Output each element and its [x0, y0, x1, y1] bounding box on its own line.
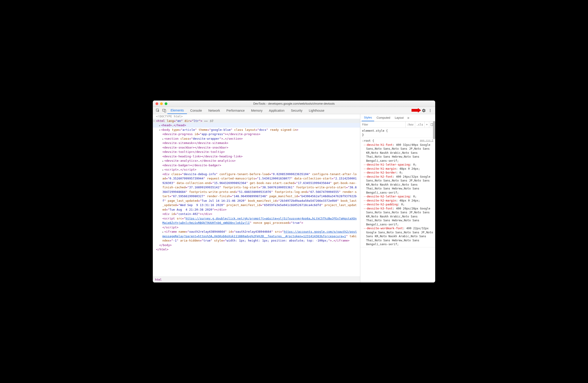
dom-survey-script[interactable]: <script src="https://survey.g.doubleclic…: [153, 216, 360, 230]
svg-point-6: [430, 111, 431, 112]
close-window-button[interactable]: [156, 102, 158, 105]
rule-source-link[interactable]: app.css:1: [420, 139, 433, 142]
styles-tabbar: Styles Computed Layout »: [360, 114, 435, 121]
css-prop-9[interactable]: --devsite-wordmark-font: 400 22px/32px G…: [362, 226, 433, 246]
svg-rect-3: [165, 110, 166, 112]
tab-performance[interactable]: Performance: [223, 107, 248, 114]
styles-body[interactable]: element.style {}app.css:1:root {--devsit…: [360, 128, 435, 283]
dom-devsite-heading-link[interactable]: <devsite-heading-link></devsite-heading-…: [153, 154, 360, 159]
dom-badger[interactable]: <devsite-badger></devsite-badger>: [153, 163, 360, 168]
dom-head[interactable]: <head>…</head>: [153, 123, 360, 128]
svg-point-5: [430, 110, 431, 111]
tab-application[interactable]: Application: [266, 107, 288, 114]
css-prop-4[interactable]: --devsite-h2-font: 400 24px/32px Google …: [362, 175, 433, 195]
styles-more-icon[interactable]: »: [406, 114, 411, 121]
dom-html[interactable]: ⋯<html lang="en" dir="ltr"> == $0: [153, 119, 360, 123]
breadcrumb-bar[interactable]: html: [153, 277, 360, 283]
titlebar: DevTools - developers.google.com/web/too…: [153, 100, 435, 107]
new-rule-icon[interactable]: +: [424, 121, 429, 128]
styles-panel: Styles Computed Layout » :hov .cls + ele…: [360, 114, 435, 283]
device-toolbar-icon[interactable]: [161, 107, 167, 114]
css-prop-5[interactable]: --devsite-h2-letter-spacing: 0;: [362, 194, 433, 199]
maximize-window-button[interactable]: [165, 102, 167, 105]
styles-filter-input[interactable]: [360, 123, 405, 126]
css-prop-7[interactable]: --devsite-h2-padding: 0;: [362, 202, 433, 207]
dom-script1[interactable]: <script>…</script>: [153, 167, 360, 172]
svg-rect-0: [412, 109, 418, 112]
dom-iframe[interactable]: <iframe name="oauth2relay438944664" id="…: [153, 230, 360, 243]
styles-tab-styles[interactable]: Styles: [362, 114, 374, 121]
tab-elements[interactable]: Elements: [167, 107, 187, 114]
traffic-lights: [153, 102, 167, 105]
dom-progress[interactable]: <devsite-progress id="app-progress"></de…: [153, 132, 360, 136]
annotation-arrow: [411, 106, 421, 114]
dom-devsite-snackbar[interactable]: <devsite-snackbar></devsite-snackbar>: [153, 145, 360, 150]
window-title: DevTools - developers.google.com/web/too…: [153, 102, 435, 105]
minimize-window-button[interactable]: [160, 102, 163, 105]
css-prop-2[interactable]: --devsite-h1-margin: 48px 0 24px;: [362, 167, 433, 171]
tab-lighthouse[interactable]: Lighthouse: [306, 107, 328, 114]
dom-devsite-sitemask[interactable]: <devsite-sitemask></devsite-sitemask>: [153, 141, 360, 145]
css-prop-1[interactable]: --devsite-h1-letter-spacing: 0;: [362, 163, 433, 167]
dom-body[interactable]: <body type="article" theme="google-blue"…: [153, 128, 360, 132]
scrollbar-thumb[interactable]: [433, 121, 435, 139]
dom-devsite-tooltip[interactable]: <devsite-tooltip></devsite-tooltip>: [153, 150, 360, 154]
dom-tree[interactable]: <!DOCTYPE html>⋯<html lang="en" dir="ltr…: [153, 114, 360, 277]
dom-doctype[interactable]: <!DOCTYPE html>: [153, 114, 360, 119]
dom-contain-div[interactable]: <div id="contain-402"></div>: [153, 212, 360, 216]
tab-network[interactable]: Network: [205, 107, 223, 114]
dom-body-close[interactable]: </body>: [153, 243, 360, 248]
styles-filter-row: :hov .cls +: [360, 121, 435, 128]
kebab-menu-icon[interactable]: [427, 107, 433, 114]
settings-icon[interactable]: [421, 107, 427, 114]
svg-point-4: [430, 109, 431, 110]
devtools-window: DevTools - developers.google.com/web/too…: [153, 100, 435, 283]
inspect-icon[interactable]: [155, 107, 161, 114]
elements-panel: <!DOCTYPE html>⋯<html lang="en" dir="ltr…: [153, 114, 360, 283]
styles-tab-computed[interactable]: Computed: [374, 114, 392, 121]
tab-memory[interactable]: Memory: [248, 107, 266, 114]
hov-toggle[interactable]: :hov: [405, 121, 415, 128]
css-prop-0[interactable]: --devsite-h1-font: 400 32px/40px Google …: [362, 143, 433, 163]
css-prop-8[interactable]: --devsite-h3-font: 400 20px/28px Google …: [362, 207, 433, 227]
dom-debug-div[interactable]: <div class="devsite-debug-info" configur…: [153, 172, 360, 212]
css-prop-6[interactable]: --devsite-h2-margin: 48px 0 24px;: [362, 199, 433, 203]
rule-element-style[interactable]: element.style {}: [360, 128, 435, 138]
styles-tab-layout[interactable]: Layout: [392, 114, 406, 121]
dom-html-close[interactable]: </html>: [153, 247, 360, 252]
rule-root[interactable]: app.css:1:root {--devsite-h1-font: 400 3…: [360, 138, 435, 248]
css-prop-3[interactable]: --devsite-h2-border: 0;: [362, 171, 433, 175]
cls-toggle[interactable]: .cls: [415, 121, 424, 128]
content-area: <!DOCTYPE html>⋯<html lang="en" dir="ltr…: [153, 114, 435, 283]
main-tabbar: Elements Console Network Performance Mem…: [153, 107, 435, 114]
dom-analytics[interactable]: <devsite-analytics>…</devsite-analytics>: [153, 158, 360, 163]
tab-console[interactable]: Console: [187, 107, 205, 114]
dom-section[interactable]: <section class="devsite-wrapper">…</sect…: [153, 136, 360, 141]
tab-security[interactable]: Security: [288, 107, 306, 114]
